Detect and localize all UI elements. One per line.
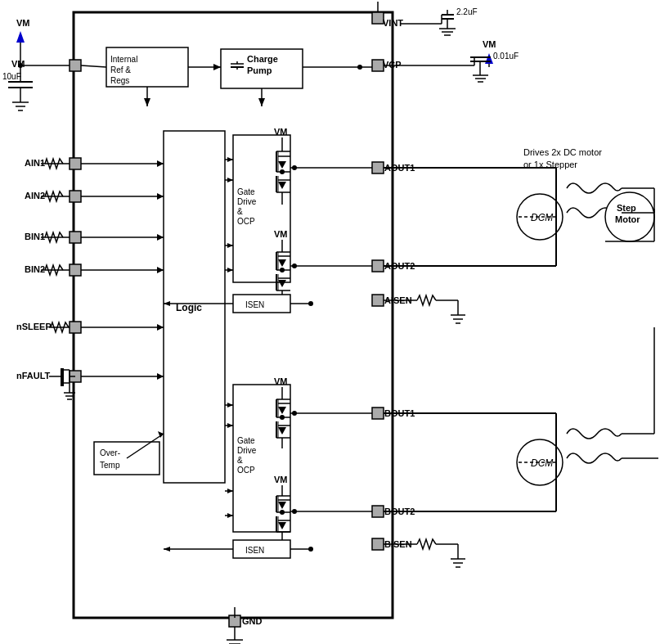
nsleep-pad [70,322,81,333]
internal-ref-label2: Ref & [110,65,131,74]
isen-a-label: ISEN [245,300,264,309]
svg-marker-11 [213,64,221,70]
svg-point-111 [308,301,313,306]
step-motor-label2: Motor [615,214,640,224]
vm-gateb-label: VM [274,376,288,386]
overtemp-label2: Temp [100,461,120,470]
drives-label1: Drives 2x DC motor [523,147,602,157]
vm-gatea-label: VM [274,127,288,137]
cap-10uf-label: 10uF [2,72,21,81]
svg-marker-141 [227,403,233,408]
ain1-label: AIN1 [25,158,45,168]
bin1-label: BIN1 [25,232,45,241]
svg-point-139 [280,510,285,515]
nfault-label: nFAULT [16,371,51,381]
vm-pad-left [70,60,81,71]
ain2-pad [70,191,81,202]
svg-marker-147 [227,513,233,518]
svg-marker-63 [157,160,164,167]
vcp-pad [372,60,384,71]
aout1-pad [372,162,384,173]
cap-22uf-label: 2.2uF [456,7,478,16]
svg-marker-102 [227,178,233,182]
gate-drive-a-label3: & [237,207,243,216]
bin2-pad [70,264,81,276]
bout1-pad [372,408,384,419]
svg-point-169 [292,509,297,514]
bin2-label: BIN2 [25,264,45,274]
svg-marker-106 [227,268,233,272]
dcm-a-label: DCM [531,212,553,223]
gate-drive-b-label4: OCP [237,466,255,475]
svg-point-125 [280,415,285,420]
svg-point-84 [280,169,285,174]
svg-marker-68 [157,373,164,380]
gate-drive-a-label1: Gate [237,187,255,196]
svg-marker-143 [227,423,233,428]
charge-pump-label2: Pump [247,65,272,75]
svg-marker-30 [485,53,493,64]
internal-ref-label3: Regs [110,76,129,85]
svg-marker-66 [157,267,164,273]
overtemp-label1: Over- [100,448,120,457]
svg-marker-65 [157,234,164,241]
gnd-label: GND [242,616,263,626]
svg-point-152 [308,547,313,552]
bisen-pad [372,538,384,550]
drives-label2: or 1x Stepper [523,160,577,169]
ain1-pad [70,158,81,169]
vint-pad [372,12,384,24]
isen-b-label: ISEN [245,546,264,555]
svg-marker-67 [157,324,164,331]
svg-point-154 [292,165,297,170]
vm-arrow-up-left [16,31,25,43]
vm-top-right-label: VM [483,39,496,49]
vint-label: VINT [383,18,403,28]
coil-b [567,429,622,439]
vm-gatea2-label: VM [274,229,288,239]
svg-marker-100 [227,157,233,162]
vm-top-label: VM [16,18,30,28]
svg-point-157 [292,263,297,268]
vm-gateb2-label: VM [274,475,288,484]
bout2-pad [372,506,384,517]
bin1-pad [70,232,81,243]
cap-001uf-label: 0.01uF [493,52,519,61]
step-motor-label1: Step [617,203,636,213]
svg-marker-9 [144,98,150,106]
gate-drive-a-label2: Drive [237,197,257,206]
coil-b2 [567,453,622,463]
aout2-pad [372,260,384,272]
coil-a [567,183,622,193]
vm-pad-label: VM [11,59,25,69]
dcm-b-label: DCM [531,457,553,469]
gate-drive-b-label1: Gate [237,436,255,445]
gate-drive-b-label3: & [237,456,243,465]
gate-drive-b-label2: Drive [237,446,257,455]
ain2-label: AIN2 [25,191,45,200]
nsleep-label: nSLEEP [16,322,52,331]
svg-marker-64 [157,193,164,200]
aisen-pad [372,295,384,306]
internal-ref-label1: Internal [110,55,137,64]
vm-to-ref-line [81,65,106,67]
svg-point-166 [292,411,297,416]
svg-marker-104 [227,243,233,248]
vcp-label: VCP [383,60,402,70]
svg-point-98 [280,268,285,272]
svg-marker-17 [258,98,265,106]
diagram-container: VM VM 10uF Internal Ref & Regs Charge Pu… [0,0,660,644]
svg-marker-95 [278,280,286,287]
gate-drive-a-label4: OCP [237,217,255,226]
charge-pump-label1: Charge [247,54,278,64]
svg-point-29 [357,65,362,70]
svg-marker-145 [227,489,233,493]
